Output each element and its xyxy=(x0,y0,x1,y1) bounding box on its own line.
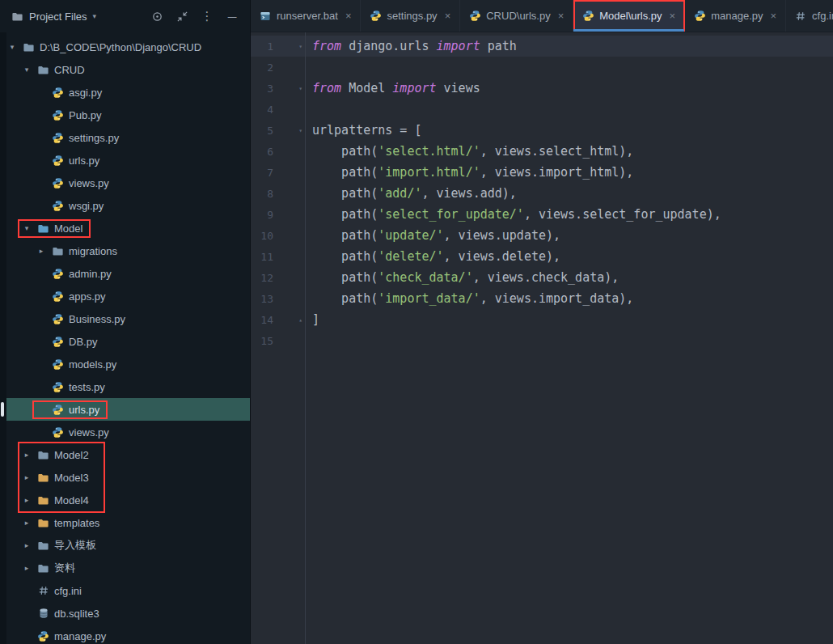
tree-item-db-py[interactable]: DB.py xyxy=(0,330,250,353)
project-tree: ▾D:\B_CODE\Python\Django\CRUD▾CRUDasgi.p… xyxy=(0,32,250,644)
tool-window-strip xyxy=(0,32,6,644)
tree-item-templates[interactable]: ▸templates xyxy=(0,511,250,534)
tree-item-content: admin.py xyxy=(34,266,118,282)
folder-blue-icon xyxy=(36,222,50,235)
chevron-right-icon[interactable]: ▸ xyxy=(21,541,32,549)
chevron-down-icon[interactable]: ▾ xyxy=(21,66,32,74)
tree-item-settings-py[interactable]: settings.py xyxy=(0,126,250,149)
py-icon xyxy=(51,313,65,325)
tree-item-views-py[interactable]: views.py xyxy=(0,421,250,443)
line-number: 10 xyxy=(251,230,273,242)
close-icon[interactable]: × xyxy=(558,10,564,22)
tree-item-wsgi-py[interactable]: wsgi.py xyxy=(0,194,250,217)
code-line-7[interactable]: 7 path('import.html/', views.import_html… xyxy=(251,162,833,183)
chevron-right-icon[interactable]: ▸ xyxy=(21,519,32,527)
fold-marker-icon[interactable]: ▴ xyxy=(273,316,305,324)
line-number: 2 xyxy=(251,61,273,74)
tab-label: runserver.bat xyxy=(277,10,338,22)
tree-item-model3[interactable]: ▸Model3 xyxy=(0,466,250,489)
tree-item-content: Business.py xyxy=(34,311,132,327)
chevron-right-icon[interactable]: ▸ xyxy=(36,247,47,255)
fold-marker-icon[interactable]: ▾ xyxy=(273,85,305,92)
close-icon[interactable]: × xyxy=(670,10,676,22)
code-line-3[interactable]: 3▾from Model import views xyxy=(251,78,833,99)
code-line-15[interactable]: 15 xyxy=(251,330,833,351)
py-icon xyxy=(51,155,65,167)
chevron-down-icon[interactable]: ▾ xyxy=(6,43,18,51)
ide-window: Project Files ▾ ⋮ ─ ▾D:\B_CODE\Python\Dj… xyxy=(0,0,833,644)
py-icon xyxy=(51,109,65,121)
tab-manage-py[interactable]: manage.py× xyxy=(685,0,786,32)
tree-item-asgi-py[interactable]: asgi.py xyxy=(0,81,250,104)
tree-item-item-23[interactable]: ▸资料 xyxy=(0,557,250,579)
code-line-8[interactable]: 8 path('add/', views.add), xyxy=(251,183,833,204)
code-line-11[interactable]: 11 path('delete/', views.delete), xyxy=(251,246,833,267)
code-editor[interactable]: 1▾from django.urls import path23▾from Mo… xyxy=(251,32,833,644)
tree-item-cfg-ini[interactable]: cfg.ini xyxy=(0,579,250,602)
close-icon[interactable]: × xyxy=(345,10,352,22)
tree-item-model[interactable]: ▾Model xyxy=(0,217,250,239)
tree-item-migrations[interactable]: ▸migrations xyxy=(0,239,250,262)
tree-item-label: CRUD xyxy=(54,64,87,76)
code-line-2[interactable]: 2 xyxy=(251,57,833,78)
tab-cfg-ini[interactable]: cfg.ini× xyxy=(786,0,833,32)
code-line-14[interactable]: 14▴] xyxy=(251,309,833,330)
tab-model-urls-py[interactable]: Model\urls.py× xyxy=(573,0,685,32)
tree-item-tests-py[interactable]: tests.py xyxy=(0,375,250,398)
tree-item-content: urls.py xyxy=(34,153,106,168)
code-text: from Model import views xyxy=(305,81,480,95)
py-icon xyxy=(51,404,65,416)
tree-item-views-py[interactable]: views.py xyxy=(0,172,250,194)
code-line-13[interactable]: 13 path('import_data/', views.import_dat… xyxy=(251,288,833,309)
chevron-right-icon[interactable]: ▸ xyxy=(21,564,32,572)
chevron-down-icon[interactable]: ▾ xyxy=(21,224,32,232)
code-line-10[interactable]: 10 path('update/', views.update), xyxy=(251,225,833,246)
tree-item-label: Model4 xyxy=(54,494,91,506)
tree-item-urls-py[interactable]: urls.py xyxy=(0,149,250,172)
py-icon xyxy=(51,381,65,393)
tree-item-d-b-code-python-django-crud[interactable]: ▾D:\B_CODE\Python\Django\CRUD xyxy=(0,36,250,58)
fold-marker-icon[interactable]: ▾ xyxy=(273,127,305,134)
tree-item-item-22[interactable]: ▸导入模板 xyxy=(0,534,250,557)
project-view-selector[interactable]: Project Files xyxy=(29,11,87,23)
tree-item-business-py[interactable]: Business.py xyxy=(0,307,250,330)
folder-orange-icon xyxy=(36,517,50,529)
fold-marker-icon[interactable]: ▾ xyxy=(273,43,305,50)
tree-item-manage-py[interactable]: manage.py xyxy=(0,625,250,644)
code-line-4[interactable]: 4 xyxy=(251,99,833,120)
tree-item-label: urls.py xyxy=(69,404,101,416)
py-icon xyxy=(51,177,65,189)
tree-item-models-py[interactable]: models.py xyxy=(0,353,250,375)
tree-item-urls-py[interactable]: urls.py xyxy=(0,398,250,421)
tab-settings-py[interactable]: settings.py× xyxy=(361,0,460,32)
tree-item-admin-py[interactable]: admin.py xyxy=(0,262,250,285)
collapse-all-icon[interactable] xyxy=(172,6,192,26)
py-icon xyxy=(36,630,50,642)
close-icon[interactable]: × xyxy=(445,10,451,22)
code-line-1[interactable]: 1▾from django.urls import path xyxy=(251,36,833,57)
more-options-icon[interactable]: ⋮ xyxy=(197,6,217,26)
tab-crud-urls-py[interactable]: CRUD\urls.py× xyxy=(460,0,573,32)
locate-file-icon[interactable] xyxy=(147,6,167,26)
line-number: 7 xyxy=(251,167,273,179)
chevron-right-icon[interactable]: ▸ xyxy=(21,473,32,481)
tree-item-model2[interactable]: ▸Model2 xyxy=(0,443,250,466)
code-line-9[interactable]: 9 path('select_for_update/', views.selec… xyxy=(251,204,833,225)
code-line-5[interactable]: 5▾urlpatterns = [ xyxy=(251,120,833,141)
tab-runserver-bat[interactable]: runserver.bat× xyxy=(251,0,361,32)
tree-item-apps-py[interactable]: apps.py xyxy=(0,285,250,307)
tree-item-db-sqlite3[interactable]: db.sqlite3 xyxy=(0,602,250,625)
chevron-down-icon[interactable]: ▾ xyxy=(93,12,97,20)
chevron-right-icon[interactable]: ▸ xyxy=(21,496,32,504)
py-icon xyxy=(51,290,65,303)
close-icon[interactable]: × xyxy=(771,10,777,22)
tree-item-crud[interactable]: ▾CRUD xyxy=(0,58,250,81)
code-line-12[interactable]: 12 path('check_data/', views.check_data)… xyxy=(251,267,833,288)
tree-item-model4[interactable]: ▸Model4 xyxy=(0,489,250,511)
hide-panel-icon[interactable]: ─ xyxy=(222,6,242,26)
code-line-6[interactable]: 6 path('select.html/', views.select_html… xyxy=(251,141,833,162)
folder-icon xyxy=(36,449,50,461)
chevron-right-icon[interactable]: ▸ xyxy=(21,451,32,459)
tree-item-content: asgi.py xyxy=(34,85,108,100)
tree-item-pub-py[interactable]: Pub.py xyxy=(0,104,250,126)
